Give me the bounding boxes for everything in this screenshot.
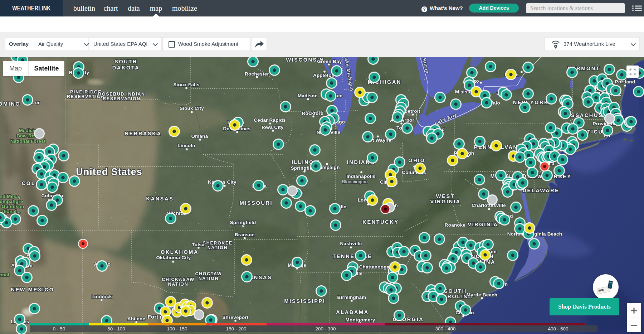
svg-text:RESERVATION: RESERVATION	[103, 96, 141, 101]
svg-text:CHICKASAW: CHICKASAW	[162, 277, 194, 282]
svg-text:Detroit: Detroit	[404, 108, 420, 114]
svg-text:Iowa City: Iowa City	[262, 125, 283, 130]
svg-text:United States: United States	[76, 166, 142, 177]
svg-text:Portland: Portland	[615, 79, 635, 84]
svg-text:Montgomery: Montgomery	[346, 317, 375, 323]
svg-text:NEW MEXICO: NEW MEXICO	[11, 287, 54, 292]
svg-text:YOMING: YOMING	[0, 101, 20, 107]
svg-text:MISSOURI: MISSOURI	[240, 200, 273, 206]
svg-text:Tulsa: Tulsa	[192, 242, 205, 247]
svg-text:Lubbock: Lubbock	[91, 294, 112, 299]
svg-text:CHOCTAW: CHOCTAW	[195, 271, 222, 276]
svg-text:Abilene: Abilene	[127, 316, 145, 321]
svg-text:Shreveport: Shreveport	[222, 315, 249, 320]
svg-text:Gunnison: Gunnison	[2, 204, 24, 209]
svg-text:Branson: Branson	[235, 232, 255, 237]
svg-text:Sioux Falls: Sioux Falls	[173, 82, 199, 87]
svg-text:Appleton: Appleton	[313, 73, 335, 78]
svg-text:VIRGINIA: VIRGINIA	[430, 199, 460, 204]
svg-text:ROSEBUD INDIAN: ROSEBUD INDIAN	[98, 92, 145, 97]
svg-text:Sioux City: Sioux City	[180, 106, 204, 111]
svg-text:Indianapolis: Indianapolis	[346, 174, 375, 179]
svg-text:KANSAS: KANSAS	[146, 196, 174, 202]
svg-text:Rochester: Rochester	[245, 71, 269, 77]
svg-text:VIRGINIA: VIRGINIA	[468, 222, 498, 227]
svg-text:Chattanooga: Chattanooga	[359, 264, 390, 270]
svg-text:SOUTH: SOUTH	[444, 288, 467, 294]
svg-text:Myrtle Beach: Myrtle Beach	[467, 292, 497, 297]
svg-text:Lincoln: Lincoln	[177, 143, 195, 148]
svg-text:Omaha: Omaha	[191, 134, 208, 139]
svg-text:NATION: NATION	[208, 245, 228, 250]
svg-text:Bloomington: Bloomington	[342, 179, 368, 184]
svg-text:OKLAHOMA: OKLAHOMA	[161, 249, 199, 255]
svg-text:National Forest: National Forest	[10, 139, 46, 144]
svg-text:TENNESSEE: TENNESSEE	[332, 253, 372, 259]
svg-text:OHIO: OHIO	[408, 158, 425, 163]
svg-text:Cedar Rapids: Cedar Rapids	[254, 117, 286, 123]
svg-text:SOUTH: SOUTH	[114, 59, 137, 64]
svg-text:DAKOTA: DAKOTA	[112, 65, 140, 71]
svg-text:PINE RIDGE: PINE RIDGE	[70, 89, 102, 95]
svg-text:ational...: ational...	[1, 209, 21, 214]
svg-text:ALABAMA: ALABAMA	[336, 309, 369, 315]
svg-text:DELAWARE: DELAWARE	[523, 188, 560, 193]
svg-text:Birmingham: Birmingham	[337, 295, 366, 300]
svg-text:NATION: NATION	[168, 282, 189, 287]
svg-text:compahgre: compahgre	[0, 199, 23, 204]
svg-text:onal: onal	[0, 272, 9, 277]
svg-text:KENTUCKY: KENTUCKY	[362, 219, 399, 225]
svg-text:Springfield: Springfield	[230, 220, 256, 225]
svg-text:Nashville: Nashville	[340, 241, 362, 246]
svg-text:Rockford: Rockford	[302, 111, 324, 116]
svg-text:NEBRASKA: NEBRASKA	[125, 131, 162, 136]
svg-text:CHEROKEE: CHEROKEE	[203, 241, 233, 246]
svg-text:Madison: Madison	[298, 93, 318, 98]
svg-text:Roanoke: Roanoke	[445, 222, 466, 228]
svg-text:NATION: NATION	[199, 276, 219, 281]
svg-text:Oklahoma City: Oklahoma City	[156, 255, 191, 260]
svg-text:and Mesa,: and Mesa,	[0, 194, 20, 199]
svg-text:WEST: WEST	[436, 193, 455, 199]
svg-text:Green Bay: Green Bay	[317, 59, 342, 64]
svg-text:NEW YORK: NEW YORK	[513, 100, 549, 105]
svg-text:MISSISSIPPI: MISSISSIPPI	[284, 298, 326, 304]
